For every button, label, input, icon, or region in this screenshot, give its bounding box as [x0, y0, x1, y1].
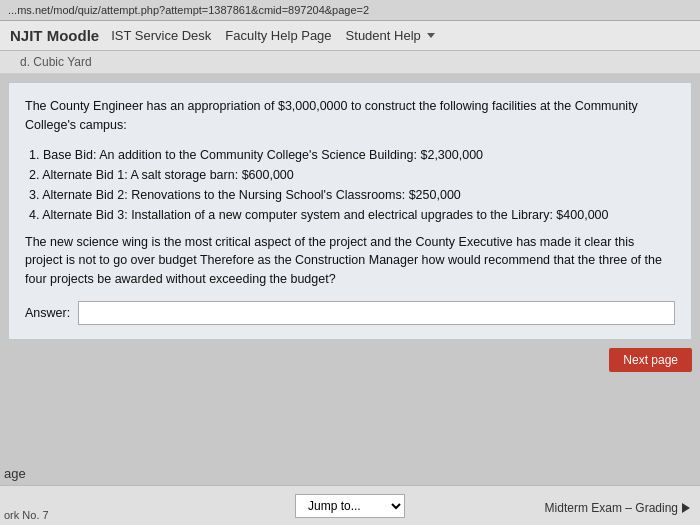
next-page-button[interactable]: Next page — [609, 348, 692, 372]
midterm-exam-link[interactable]: Midterm Exam – Grading — [545, 501, 690, 515]
next-page-row: Next page — [0, 340, 700, 376]
question-number: ork No. 7 — [4, 509, 49, 521]
bottom-bar: Jump to... Midterm Exam – Grading — [0, 485, 700, 525]
nav-bar: NJIT Moodle IST Service Desk Faculty Hel… — [0, 21, 700, 51]
chevron-down-icon — [427, 33, 435, 38]
answer-input[interactable] — [78, 301, 675, 325]
bid-list: 1. Base Bid: An addition to the Communit… — [25, 145, 675, 225]
nav-student-help[interactable]: Student Help — [346, 28, 435, 43]
midterm-arrow-icon — [682, 503, 690, 513]
jump-to-select[interactable]: Jump to... — [295, 494, 405, 518]
bid-item-4: 4. Alternate Bid 3: Installation of a ne… — [29, 205, 675, 225]
question-intro: The County Engineer has an appropriation… — [25, 97, 675, 135]
midterm-label: Midterm Exam – Grading — [545, 501, 678, 515]
scenario-text: The new science wing is the most critica… — [25, 233, 675, 289]
answer-row: Answer: — [25, 301, 675, 325]
question-content: The County Engineer has an appropriation… — [8, 82, 692, 340]
nav-ist-service-desk[interactable]: IST Service Desk — [111, 28, 211, 43]
url-text: ...ms.net/mod/quiz/attempt.php?attempt=1… — [8, 4, 369, 16]
bid-item-3: 3. Alternate Bid 2: Renovations to the N… — [29, 185, 675, 205]
answer-label: Answer: — [25, 306, 70, 320]
bid-item-1: 1. Base Bid: An addition to the Communit… — [29, 145, 675, 165]
jump-to-container: Jump to... — [295, 494, 405, 518]
prev-question-answer: d. Cubic Yard — [0, 51, 700, 74]
bid-item-2: 2. Alternate Bid 1: A salt storage barn:… — [29, 165, 675, 185]
nav-title: NJIT Moodle — [10, 27, 99, 44]
page-label: age — [4, 466, 26, 481]
browser-url-bar: ...ms.net/mod/quiz/attempt.php?attempt=1… — [0, 0, 700, 21]
nav-faculty-help-page[interactable]: Faculty Help Page — [225, 28, 331, 43]
